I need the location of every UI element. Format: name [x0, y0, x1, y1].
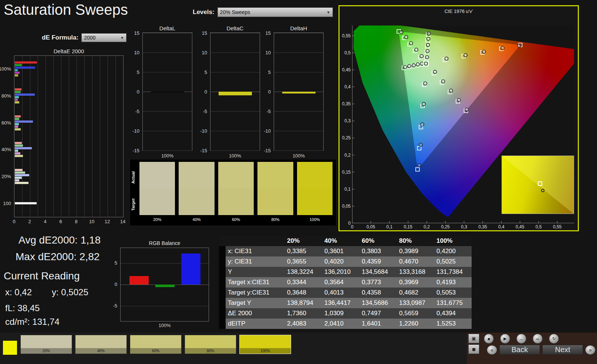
gridline	[92, 56, 92, 217]
axis-label: 6	[59, 219, 62, 224]
axis-label: 0,15	[404, 224, 412, 229]
gridline	[45, 56, 46, 217]
window-icon-button[interactable]: ▣	[468, 334, 479, 343]
measurement-table: 20%40%60%80%100%x: CIE310,33850,36010,38…	[219, 236, 472, 329]
axis-label: 5	[137, 69, 139, 75]
cie-zoom-inset	[502, 156, 574, 214]
gridline	[210, 131, 260, 131]
de-bar	[15, 64, 22, 66]
next-button[interactable]: Next	[542, 345, 583, 355]
target-swatch	[257, 188, 293, 215]
bottom-bar: 20%40%60%80%100% ▣◼ ■▶↔∞↻ « Back Next »	[0, 333, 597, 364]
table-cell: 2,0410	[322, 319, 360, 329]
gridline	[143, 150, 192, 151]
axis-label: -15	[200, 148, 207, 153]
blue-balance-bar	[181, 254, 200, 285]
de-bar	[15, 182, 28, 184]
axis-label: -5	[266, 109, 271, 114]
back-button[interactable]: Back	[499, 345, 540, 355]
de-bar	[15, 96, 19, 98]
play-button[interactable]: ▶	[500, 334, 510, 344]
axis-label: 0,25	[342, 135, 351, 140]
swatch-column: 80%	[257, 162, 293, 225]
axis-label: -5	[203, 109, 207, 114]
actual-target-swatch-panel: Actual Target 20%40%60%80%100%	[130, 160, 336, 225]
current-reading-title: Current Reading	[4, 270, 80, 282]
de-bar	[15, 93, 35, 96]
de-bar	[15, 155, 23, 157]
de-bar	[15, 174, 29, 176]
table-cell: 0,3385	[285, 246, 322, 256]
delta-bar	[151, 92, 184, 93]
target-swatch	[139, 188, 175, 215]
de-formula-dropdown[interactable]: 2000 ▼	[81, 33, 127, 42]
reading-x: x: 0,42	[5, 287, 32, 297]
frame-icon-button[interactable]: ◼	[468, 344, 479, 354]
axis-label: -15	[132, 148, 139, 153]
bottom-swatch[interactable]: 40%	[75, 335, 127, 354]
swatch-label: 20%	[21, 348, 72, 354]
deltae-y-axis: 100%80%60%40%20%100	[0, 55, 13, 217]
gridline	[143, 111, 192, 112]
continuous-button[interactable]: ∞	[533, 334, 543, 344]
axis-label: 15	[134, 30, 139, 36]
bottom-swatch[interactable]: 80%	[185, 335, 236, 354]
axis-label: -10	[200, 128, 207, 134]
cie-x-axis: 00,050,10,150,20,250,30,350,40,450,50,55	[352, 224, 574, 230]
levels-value: 20% Sweeps	[220, 9, 250, 15]
actual-swatch	[257, 162, 293, 188]
table-cell: 138,8794	[285, 298, 322, 308]
column-header: 100%	[434, 236, 472, 246]
axis-label: -5	[135, 109, 139, 114]
levels-dropdown[interactable]: 20% Sweeps ▼	[217, 7, 333, 17]
table-cell: 2,4083	[285, 319, 322, 329]
bottom-swatch[interactable]: 100%	[239, 335, 291, 354]
axis-label: 0,55	[553, 224, 561, 229]
axis-label: 80%	[1, 93, 11, 99]
rgb-balance-y-axis: 50-5	[108, 248, 119, 322]
de-bar	[15, 169, 23, 171]
target-row-label: Target	[131, 191, 138, 218]
table-cell: 0,4359	[360, 256, 397, 267]
table-cell: 0,4670	[397, 256, 434, 267]
stop-button[interactable]: ■	[484, 334, 494, 344]
axis-label: 20%	[1, 174, 11, 179]
axis-label: 0,25	[441, 224, 449, 229]
gridline	[274, 33, 323, 33]
column-header: 20%	[285, 236, 322, 246]
table-row: dEITP2,40832,04101,64011,22601,5253	[219, 319, 472, 329]
row-label: dEITP	[226, 319, 285, 329]
rgb-balance-x-label: 100%	[120, 323, 209, 328]
axis-label: 0,45	[516, 224, 524, 229]
axis-label: -10	[264, 128, 271, 134]
rgb-balance-plot	[120, 248, 209, 322]
next-arrow-button[interactable]: »	[585, 345, 596, 355]
swatch-columns: 20%40%60%80%100%	[138, 162, 334, 225]
bottom-swatch[interactable]: 60%	[130, 335, 182, 354]
axis-label: 0,4	[344, 84, 351, 89]
table-cell: 0,4358	[360, 288, 397, 298]
back-arrow-button[interactable]: «	[487, 345, 497, 355]
de-bar	[15, 118, 19, 120]
table-cell: 0,4013	[322, 288, 360, 298]
table-cell: 0,4200	[434, 246, 472, 256]
table-cell: 0,7497	[360, 308, 397, 319]
de-formula-value: 2000	[84, 35, 95, 41]
axis-label: -15	[264, 148, 271, 153]
max-label: Max dE2000:	[16, 251, 77, 262]
de-bar	[15, 120, 33, 123]
swatch-column: 100%	[297, 162, 333, 225]
table-cell: 0,3773	[360, 277, 397, 288]
table-row: ΔE 20001,73601,03090,74970,56590,4394	[219, 308, 472, 319]
table-cell: 1,0309	[322, 308, 360, 319]
bottom-swatch[interactable]: 20%	[20, 335, 72, 354]
gridline	[210, 33, 260, 33]
avg-de2000: Avg dE2000: 1,18	[18, 234, 101, 246]
axis-label: 0,2	[344, 153, 351, 158]
loop-button[interactable]: ↻	[549, 334, 559, 344]
gridline	[143, 52, 192, 53]
resize-button[interactable]: ↔	[516, 334, 526, 344]
gridline	[274, 150, 323, 151]
y-axis-labels: 151050-5-10-15	[259, 33, 272, 151]
table-cell: 0,3803	[360, 246, 397, 256]
